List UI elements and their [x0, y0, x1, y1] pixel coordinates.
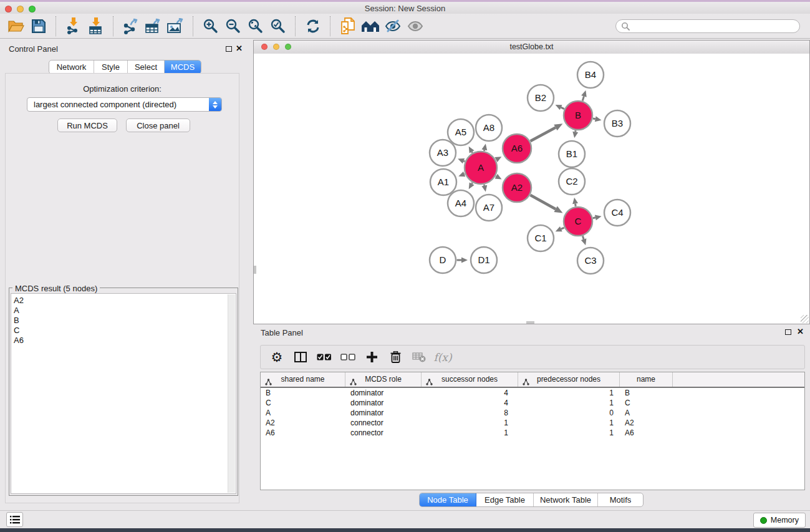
column-header-successor-nodes[interactable]: successor nodes: [422, 372, 518, 387]
control-panel-close-icon[interactable]: ✕: [236, 45, 243, 52]
graph-edge-arrowhead: [572, 132, 578, 138]
table-row[interactable]: A6connector11A6: [261, 428, 804, 438]
network-canvas[interactable]: B4B2BB3A5A8A6A3B1AA1C2A2A4A7C4CC1C3DD1: [254, 54, 809, 324]
clone-network-icon[interactable]: [337, 16, 359, 37]
table-cell: B: [620, 388, 673, 398]
import-network-icon[interactable]: [62, 16, 85, 37]
desktop-strip: [0, 528, 810, 532]
home-welcome-icon[interactable]: [359, 16, 382, 37]
network-graph[interactable]: B4B2BB3A5A8A6A3B1AA1C2A2A4A7C4CC1C3DD1: [254, 54, 809, 324]
graph-edge-A6-B[interactable]: [531, 128, 556, 142]
graph-node-label: A3: [437, 147, 448, 158]
zoom-selected-icon[interactable]: [267, 16, 289, 37]
control-panel-float-icon[interactable]: [226, 46, 232, 52]
delete-column-trash-icon[interactable]: [387, 349, 404, 366]
column-header-predecessor-nodes[interactable]: predecessor nodes: [518, 372, 620, 387]
graph-node-label: C4: [611, 207, 623, 218]
table-row[interactable]: Bdominator41B: [261, 388, 804, 398]
run-mcds-button[interactable]: Run MCDS: [57, 118, 117, 132]
graph-edge-A-A3[interactable]: [464, 161, 465, 162]
apply-layout-refresh-icon[interactable]: [302, 16, 324, 37]
search-input[interactable]: [615, 19, 800, 33]
graph-edge-B-B2[interactable]: [561, 107, 564, 109]
graph-edge-C-C4[interactable]: [593, 218, 595, 218]
import-table-icon[interactable]: [85, 16, 107, 37]
task-history-button[interactable]: [6, 512, 23, 527]
graph-edge-B-B3[interactable]: [593, 118, 595, 119]
vertical-scroll-nub[interactable]: [254, 266, 256, 274]
mcds-result-item: A: [11, 306, 227, 316]
horizontal-scroll-nub[interactable]: [526, 321, 534, 324]
graph-node-label: C1: [534, 233, 546, 243]
graph-edge-B-B4[interactable]: [582, 96, 584, 100]
optimization-criterion-select[interactable]: largest connected component (directed): [27, 97, 222, 112]
split-panel-icon[interactable]: [292, 349, 309, 366]
attribute-tree-icon: [523, 376, 529, 390]
table-cell: 1: [518, 428, 620, 438]
mcds-result-item: A2: [11, 296, 227, 306]
export-network-icon[interactable]: [120, 16, 142, 37]
export-table-icon[interactable]: [142, 16, 165, 37]
select-all-icon[interactable]: [316, 349, 333, 366]
function-builder-icon[interactable]: f(x): [434, 349, 451, 366]
table-cell: dominator: [345, 398, 422, 408]
column-header-name[interactable]: name: [620, 372, 673, 387]
tab-network[interactable]: Network: [49, 60, 94, 74]
table-body: Bdominator41BCdominator41CAdominator80AA…: [261, 388, 804, 438]
graph-edge-C-C3[interactable]: [582, 236, 584, 239]
table-panel-close-icon[interactable]: ✕: [797, 328, 804, 336]
table-settings-gear-icon[interactable]: ⚙: [268, 349, 286, 366]
tab-node-table[interactable]: Node Table: [420, 493, 476, 506]
table-row[interactable]: Cdominator41C: [261, 398, 804, 408]
graph-edge-arrowhead: [481, 185, 487, 192]
graph-edge-C-C2[interactable]: [576, 204, 576, 206]
column-header-shared-name[interactable]: shared name: [261, 372, 345, 387]
table-cell: A2: [620, 418, 673, 428]
tab-mcds[interactable]: MCDS: [165, 60, 201, 74]
graph-edge-A-A4[interactable]: [472, 183, 473, 184]
tab-network-table[interactable]: Network Table: [534, 493, 598, 506]
show-graphics-eye-icon[interactable]: [404, 16, 427, 37]
column-header-MCDS-role[interactable]: MCDS role: [345, 372, 422, 387]
mcds-result-list: A2ABCA6: [11, 293, 236, 494]
toolbar-separator: [113, 16, 114, 36]
zoom-in-icon[interactable]: [200, 16, 222, 37]
scrollbar-track[interactable]: [228, 294, 235, 493]
graph-edge-A-A5[interactable]: [472, 152, 473, 153]
graph-node-label: B3: [612, 118, 623, 128]
graph-edge-arrowhead: [572, 198, 578, 205]
attribute-tree-icon: [265, 376, 272, 390]
save-session-icon[interactable]: [27, 16, 50, 37]
table-panel-float-icon[interactable]: [785, 329, 791, 335]
table-row[interactable]: Adominator80A: [261, 408, 804, 418]
table-cell: connector: [345, 428, 422, 438]
search-field: [615, 19, 800, 33]
tab-style[interactable]: Style: [94, 60, 128, 74]
hide-graphics-eye-slash-icon[interactable]: [382, 16, 404, 37]
graph-edge-C-C1[interactable]: [561, 228, 564, 229]
deselect-all-icon[interactable]: [339, 349, 357, 366]
zoom-fit-icon[interactable]: [244, 16, 267, 37]
table-cell: 8: [422, 408, 518, 418]
graph-node-label: A1: [438, 177, 449, 187]
delete-table-icon[interactable]: [410, 349, 428, 366]
memory-button[interactable]: Memory: [753, 513, 806, 528]
table-cell: A6: [261, 428, 345, 438]
graph-node-label: A6: [511, 143, 523, 153]
table-cell: B: [261, 388, 345, 398]
open-session-folder-icon[interactable]: [5, 16, 27, 37]
tab-edge-table[interactable]: Edge Table: [476, 493, 534, 506]
export-image-icon[interactable]: [165, 16, 187, 37]
attribute-tree-icon: [426, 376, 433, 390]
graph-edge-A2-C[interactable]: [530, 195, 556, 209]
memory-label: Memory: [771, 516, 799, 525]
network-window-titlebar: testGlobe.txt: [254, 41, 809, 54]
tab-motifs[interactable]: Motifs: [598, 493, 643, 506]
add-column-plus-icon[interactable]: [363, 349, 380, 366]
table-panel-title: Table Panel: [261, 328, 303, 337]
table-row[interactable]: A2connector11A2: [261, 418, 804, 428]
zoom-out-icon[interactable]: [222, 16, 244, 37]
tab-select[interactable]: Select: [128, 60, 165, 74]
close-panel-button[interactable]: Close panel: [126, 118, 190, 132]
resize-grip-icon[interactable]: [801, 315, 809, 323]
